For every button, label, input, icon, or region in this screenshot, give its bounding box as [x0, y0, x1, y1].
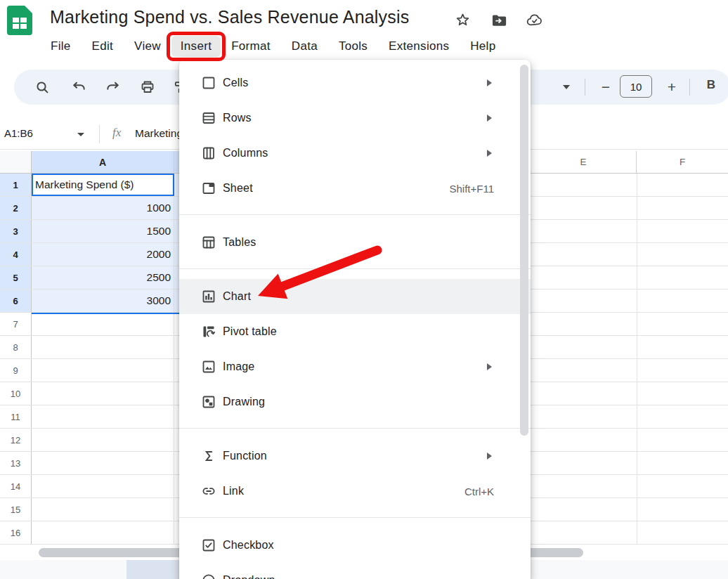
sheets-logo-icon[interactable] [7, 6, 32, 35]
menubar-item-file[interactable]: File [40, 36, 82, 57]
row-header-7[interactable]: 7 [0, 313, 32, 335]
font-size-input[interactable]: 10 [620, 75, 652, 98]
grid-ef-cells[interactable] [531, 174, 728, 545]
name-box-caret-icon[interactable] [77, 133, 84, 136]
formula-bar-divider [99, 125, 100, 143]
increase-font-size-button[interactable]: + [663, 77, 680, 98]
fx-icon: fx [112, 126, 121, 140]
row-header-12[interactable]: 12 [0, 429, 32, 451]
cell-b1-sliver [174, 174, 179, 196]
menu-item-dropdown[interactable]: Dropdown [179, 563, 531, 579]
sheet-tab-fragment[interactable] [126, 560, 181, 579]
document-title[interactable]: Marketing Spend vs. Sales Revenue Analys… [50, 7, 409, 27]
menubar-item-view[interactable]: View [124, 36, 171, 57]
cell-a14[interactable] [32, 475, 174, 497]
search-icon[interactable] [34, 79, 51, 96]
grid-row-2: 21000 [0, 197, 179, 220]
menu-scrollbar[interactable] [520, 65, 528, 436]
menu-item-sheet[interactable]: SheetShift+F11 [179, 171, 531, 206]
cell-a1[interactable]: Marketing Spend ($) [32, 174, 174, 196]
menu-item-label: Image [223, 360, 254, 373]
print-icon[interactable] [139, 79, 156, 96]
cell-a7[interactable] [32, 313, 174, 335]
cell-b15-sliver [174, 498, 179, 521]
submenu-arrow-icon [487, 453, 492, 460]
column-header-b-sliver [174, 151, 179, 174]
select-all-corner[interactable] [0, 151, 32, 174]
drawing-icon [200, 393, 217, 410]
sheet-icon [200, 180, 217, 197]
cell-a10[interactable] [32, 382, 174, 405]
menu-item-checkbox[interactable]: Checkbox [179, 528, 531, 563]
row-header-11[interactable]: 11 [0, 405, 32, 428]
row-header-10[interactable]: 10 [0, 382, 32, 405]
row-header-8[interactable]: 8 [0, 336, 32, 358]
name-box[interactable]: A1:B6 [4, 127, 33, 139]
row-header-15[interactable]: 15 [0, 498, 32, 521]
undo-icon[interactable] [71, 79, 88, 96]
row-header-16[interactable]: 16 [0, 521, 32, 544]
cell-a15[interactable] [32, 498, 174, 521]
decrease-font-size-button[interactable]: − [597, 77, 614, 98]
menu-item-drawing[interactable]: Drawing [179, 384, 531, 419]
cell-a9[interactable] [32, 359, 174, 382]
menu-item-rows[interactable]: Rows [179, 100, 531, 136]
row-header-1[interactable]: 1 [0, 174, 32, 196]
menubar-item-data[interactable]: Data [281, 36, 328, 57]
row-header-5[interactable]: 5 [0, 266, 32, 289]
cell-b10-sliver [174, 382, 179, 405]
column-header-e[interactable]: E [531, 151, 637, 173]
rows-icon [200, 110, 217, 126]
chevron-down-icon[interactable] [563, 85, 570, 89]
menu-item-image[interactable]: Image [179, 349, 531, 384]
row-header-13[interactable]: 13 [0, 452, 32, 474]
grid-row-5: 52500 [0, 266, 179, 290]
menubar-item-tools[interactable]: Tools [328, 36, 378, 57]
cell-a6[interactable]: 3000 [32, 290, 174, 312]
cell-a11[interactable] [32, 405, 174, 428]
cell-a5[interactable]: 2500 [32, 266, 174, 289]
menu-item-pivot-table[interactable]: Pivot table [179, 314, 531, 349]
menu-item-cells[interactable]: Cells [179, 65, 531, 100]
menubar-item-format[interactable]: Format [221, 36, 281, 57]
cell-b5-sliver [174, 266, 179, 289]
menu-item-function[interactable]: Function [179, 438, 531, 474]
redo-icon[interactable] [104, 79, 121, 96]
menu-separator [179, 428, 531, 429]
cell-a3[interactable]: 1500 [32, 220, 174, 242]
menubar-item-edit[interactable]: Edit [82, 36, 124, 57]
row-header-2[interactable]: 2 [0, 197, 32, 219]
row-header-14[interactable]: 14 [0, 475, 32, 497]
bold-button[interactable]: B [704, 78, 718, 92]
menu-item-link[interactable]: LinkCtrl+K [179, 474, 531, 509]
menu-item-columns[interactable]: Columns [179, 136, 531, 171]
row-header-3[interactable]: 3 [0, 220, 32, 242]
row-header-9[interactable]: 9 [0, 359, 32, 382]
grid-row-7: 7 [0, 313, 179, 336]
menu-item-chart[interactable]: Chart [179, 279, 531, 314]
cloud-saved-icon[interactable] [526, 11, 543, 29]
menu-item-shortcut: Shift+F11 [449, 183, 494, 195]
grid-row-8: 8 [0, 336, 179, 359]
menubar-item-extensions[interactable]: Extensions [378, 36, 460, 57]
cell-a4[interactable]: 2000 [32, 243, 174, 266]
row-header-6[interactable]: 6 [0, 290, 32, 312]
column-header-a[interactable]: A [32, 151, 174, 174]
cell-a12[interactable] [32, 429, 174, 451]
menubar-item-insert[interactable]: Insert [171, 36, 221, 57]
move-folder-icon[interactable] [490, 11, 507, 29]
gridline [637, 174, 637, 545]
menu-item-label: Chart [223, 290, 251, 303]
row-header-4[interactable]: 4 [0, 243, 32, 266]
menu-item-tables[interactable]: Tables [179, 225, 531, 260]
menubar-item-help[interactable]: Help [460, 36, 506, 57]
column-header-f[interactable]: F [637, 151, 728, 173]
cell-a8[interactable] [32, 336, 174, 358]
cell-a2[interactable]: 1000 [32, 197, 174, 219]
logo-fold [25, 6, 32, 13]
cell-b13-sliver [174, 452, 179, 474]
star-icon[interactable] [454, 11, 472, 29]
cell-a13[interactable] [32, 452, 174, 474]
cell-a16[interactable] [32, 521, 174, 544]
image-icon [200, 358, 217, 375]
